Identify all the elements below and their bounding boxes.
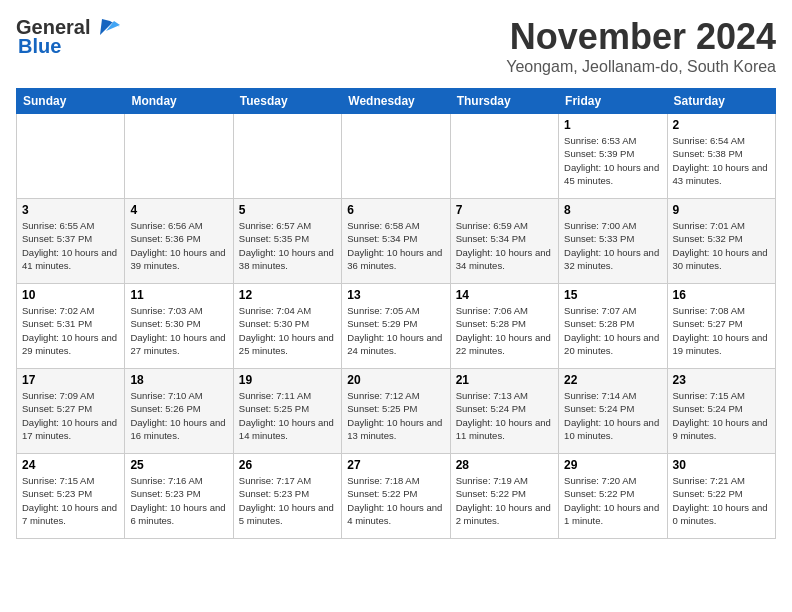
day-info: Sunrise: 7:21 AMSunset: 5:22 PMDaylight:… <box>673 474 770 527</box>
day-number: 19 <box>239 373 336 387</box>
day-number: 4 <box>130 203 227 217</box>
calendar-cell <box>125 114 233 199</box>
logo: General Blue <box>16 16 120 58</box>
logo-bird-icon <box>92 17 120 39</box>
calendar-cell: 30Sunrise: 7:21 AMSunset: 5:22 PMDayligh… <box>667 454 775 539</box>
day-number: 27 <box>347 458 444 472</box>
week-row-0: 1Sunrise: 6:53 AMSunset: 5:39 PMDaylight… <box>17 114 776 199</box>
page-header: General Blue November 2024 Yeongam, Jeol… <box>16 16 776 76</box>
calendar-cell: 13Sunrise: 7:05 AMSunset: 5:29 PMDayligh… <box>342 284 450 369</box>
calendar-cell: 19Sunrise: 7:11 AMSunset: 5:25 PMDayligh… <box>233 369 341 454</box>
calendar-cell: 14Sunrise: 7:06 AMSunset: 5:28 PMDayligh… <box>450 284 558 369</box>
col-header-wednesday: Wednesday <box>342 89 450 114</box>
day-number: 30 <box>673 458 770 472</box>
calendar-cell: 1Sunrise: 6:53 AMSunset: 5:39 PMDaylight… <box>559 114 667 199</box>
day-number: 24 <box>22 458 119 472</box>
calendar-cell: 2Sunrise: 6:54 AMSunset: 5:38 PMDaylight… <box>667 114 775 199</box>
day-info: Sunrise: 7:01 AMSunset: 5:32 PMDaylight:… <box>673 219 770 272</box>
calendar-cell: 8Sunrise: 7:00 AMSunset: 5:33 PMDaylight… <box>559 199 667 284</box>
calendar-cell <box>342 114 450 199</box>
calendar-cell: 20Sunrise: 7:12 AMSunset: 5:25 PMDayligh… <box>342 369 450 454</box>
day-info: Sunrise: 6:56 AMSunset: 5:36 PMDaylight:… <box>130 219 227 272</box>
calendar-cell <box>17 114 125 199</box>
calendar-cell: 26Sunrise: 7:17 AMSunset: 5:23 PMDayligh… <box>233 454 341 539</box>
day-number: 3 <box>22 203 119 217</box>
calendar-cell: 29Sunrise: 7:20 AMSunset: 5:22 PMDayligh… <box>559 454 667 539</box>
day-info: Sunrise: 7:15 AMSunset: 5:23 PMDaylight:… <box>22 474 119 527</box>
day-number: 16 <box>673 288 770 302</box>
col-header-friday: Friday <box>559 89 667 114</box>
day-number: 26 <box>239 458 336 472</box>
month-title: November 2024 <box>506 16 776 58</box>
day-info: Sunrise: 7:11 AMSunset: 5:25 PMDaylight:… <box>239 389 336 442</box>
day-number: 8 <box>564 203 661 217</box>
day-info: Sunrise: 7:16 AMSunset: 5:23 PMDaylight:… <box>130 474 227 527</box>
calendar-cell <box>233 114 341 199</box>
day-number: 5 <box>239 203 336 217</box>
day-number: 20 <box>347 373 444 387</box>
day-info: Sunrise: 7:19 AMSunset: 5:22 PMDaylight:… <box>456 474 553 527</box>
calendar-cell: 28Sunrise: 7:19 AMSunset: 5:22 PMDayligh… <box>450 454 558 539</box>
day-number: 18 <box>130 373 227 387</box>
logo-blue: Blue <box>16 35 61 58</box>
day-info: Sunrise: 7:04 AMSunset: 5:30 PMDaylight:… <box>239 304 336 357</box>
calendar-cell: 10Sunrise: 7:02 AMSunset: 5:31 PMDayligh… <box>17 284 125 369</box>
day-number: 10 <box>22 288 119 302</box>
day-number: 14 <box>456 288 553 302</box>
day-number: 23 <box>673 373 770 387</box>
day-info: Sunrise: 7:15 AMSunset: 5:24 PMDaylight:… <box>673 389 770 442</box>
calendar-cell: 25Sunrise: 7:16 AMSunset: 5:23 PMDayligh… <box>125 454 233 539</box>
day-info: Sunrise: 6:59 AMSunset: 5:34 PMDaylight:… <box>456 219 553 272</box>
calendar-header: SundayMondayTuesdayWednesdayThursdayFrid… <box>17 89 776 114</box>
day-info: Sunrise: 6:54 AMSunset: 5:38 PMDaylight:… <box>673 134 770 187</box>
day-number: 22 <box>564 373 661 387</box>
day-number: 21 <box>456 373 553 387</box>
day-info: Sunrise: 6:55 AMSunset: 5:37 PMDaylight:… <box>22 219 119 272</box>
calendar-cell: 4Sunrise: 6:56 AMSunset: 5:36 PMDaylight… <box>125 199 233 284</box>
day-number: 15 <box>564 288 661 302</box>
col-header-thursday: Thursday <box>450 89 558 114</box>
calendar-cell: 16Sunrise: 7:08 AMSunset: 5:27 PMDayligh… <box>667 284 775 369</box>
calendar-cell: 24Sunrise: 7:15 AMSunset: 5:23 PMDayligh… <box>17 454 125 539</box>
day-number: 25 <box>130 458 227 472</box>
day-info: Sunrise: 7:14 AMSunset: 5:24 PMDaylight:… <box>564 389 661 442</box>
day-info: Sunrise: 7:17 AMSunset: 5:23 PMDaylight:… <box>239 474 336 527</box>
day-info: Sunrise: 7:00 AMSunset: 5:33 PMDaylight:… <box>564 219 661 272</box>
day-info: Sunrise: 7:07 AMSunset: 5:28 PMDaylight:… <box>564 304 661 357</box>
day-info: Sunrise: 6:53 AMSunset: 5:39 PMDaylight:… <box>564 134 661 187</box>
day-number: 13 <box>347 288 444 302</box>
calendar-cell: 27Sunrise: 7:18 AMSunset: 5:22 PMDayligh… <box>342 454 450 539</box>
calendar-cell: 11Sunrise: 7:03 AMSunset: 5:30 PMDayligh… <box>125 284 233 369</box>
day-number: 7 <box>456 203 553 217</box>
calendar-cell: 23Sunrise: 7:15 AMSunset: 5:24 PMDayligh… <box>667 369 775 454</box>
day-number: 28 <box>456 458 553 472</box>
title-block: November 2024 Yeongam, Jeollanam-do, Sou… <box>506 16 776 76</box>
day-info: Sunrise: 7:10 AMSunset: 5:26 PMDaylight:… <box>130 389 227 442</box>
calendar-cell: 21Sunrise: 7:13 AMSunset: 5:24 PMDayligh… <box>450 369 558 454</box>
day-info: Sunrise: 7:13 AMSunset: 5:24 PMDaylight:… <box>456 389 553 442</box>
day-number: 29 <box>564 458 661 472</box>
day-info: Sunrise: 7:09 AMSunset: 5:27 PMDaylight:… <box>22 389 119 442</box>
calendar-cell: 18Sunrise: 7:10 AMSunset: 5:26 PMDayligh… <box>125 369 233 454</box>
calendar-cell: 22Sunrise: 7:14 AMSunset: 5:24 PMDayligh… <box>559 369 667 454</box>
calendar-cell: 3Sunrise: 6:55 AMSunset: 5:37 PMDaylight… <box>17 199 125 284</box>
week-row-3: 17Sunrise: 7:09 AMSunset: 5:27 PMDayligh… <box>17 369 776 454</box>
day-number: 9 <box>673 203 770 217</box>
week-row-4: 24Sunrise: 7:15 AMSunset: 5:23 PMDayligh… <box>17 454 776 539</box>
location: Yeongam, Jeollanam-do, South Korea <box>506 58 776 76</box>
day-number: 2 <box>673 118 770 132</box>
calendar-cell <box>450 114 558 199</box>
week-row-1: 3Sunrise: 6:55 AMSunset: 5:37 PMDaylight… <box>17 199 776 284</box>
day-number: 17 <box>22 373 119 387</box>
day-info: Sunrise: 7:18 AMSunset: 5:22 PMDaylight:… <box>347 474 444 527</box>
day-info: Sunrise: 7:12 AMSunset: 5:25 PMDaylight:… <box>347 389 444 442</box>
calendar-cell: 17Sunrise: 7:09 AMSunset: 5:27 PMDayligh… <box>17 369 125 454</box>
col-header-saturday: Saturday <box>667 89 775 114</box>
day-info: Sunrise: 7:02 AMSunset: 5:31 PMDaylight:… <box>22 304 119 357</box>
day-info: Sunrise: 7:05 AMSunset: 5:29 PMDaylight:… <box>347 304 444 357</box>
day-info: Sunrise: 7:08 AMSunset: 5:27 PMDaylight:… <box>673 304 770 357</box>
day-info: Sunrise: 7:06 AMSunset: 5:28 PMDaylight:… <box>456 304 553 357</box>
day-number: 12 <box>239 288 336 302</box>
day-info: Sunrise: 6:58 AMSunset: 5:34 PMDaylight:… <box>347 219 444 272</box>
calendar-cell: 12Sunrise: 7:04 AMSunset: 5:30 PMDayligh… <box>233 284 341 369</box>
